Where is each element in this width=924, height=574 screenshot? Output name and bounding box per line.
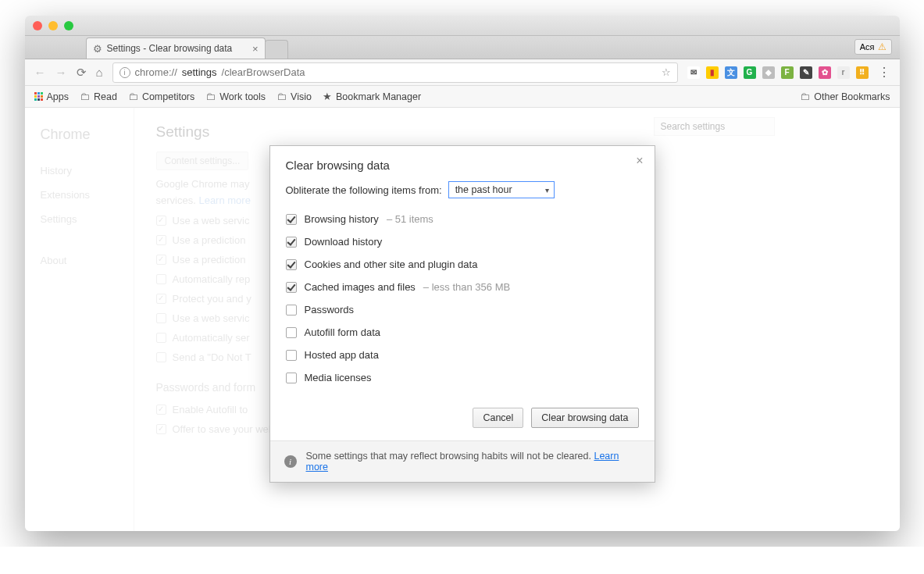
extension-icon[interactable]: r (837, 66, 850, 79)
bookmark-star-icon[interactable]: ☆ (662, 66, 671, 78)
time-range-value: the past hour (455, 184, 512, 195)
bookmarks-bar: Apps 🗀Read🗀Competitors🗀Work tools🗀Visio★… (25, 86, 900, 108)
clear-data-option: Browsing history – 51 items (286, 208, 639, 230)
other-bookmarks-label: Other Bookmarks (814, 91, 890, 102)
dialog-close-button[interactable]: × (636, 154, 643, 168)
checkbox[interactable] (286, 214, 297, 225)
extension-icon[interactable]: ✿ (819, 66, 831, 79)
bookmark-item[interactable]: 🗀Read (80, 91, 117, 102)
option-label: Browsing history (305, 213, 379, 225)
window-minimize-button[interactable] (48, 21, 58, 30)
url-segment: settings (182, 66, 217, 78)
extension-icon[interactable]: ⠿ (856, 66, 869, 79)
extension-icons: ✉▮文G◆F✎✿r⠿ (687, 66, 869, 79)
modal-overlay: Clear browsing data × Obliterate the fol… (25, 108, 900, 531)
browser-tab[interactable]: ⚙ Settings - Clear browsing data × (86, 37, 266, 59)
titlebar (25, 16, 900, 36)
option-detail: – less than 356 MB (423, 281, 510, 293)
extension-icon[interactable]: ▮ (706, 66, 719, 79)
tab-bar: ⚙ Settings - Clear browsing data × Ася ⚠ (25, 36, 900, 59)
extension-icon[interactable]: ◆ (762, 66, 775, 79)
back-button[interactable]: ← (34, 66, 46, 79)
bookmark-label: Bookmark Manager (336, 91, 421, 102)
time-range-select[interactable]: the past hour (448, 181, 555, 198)
folder-icon: 🗀 (276, 91, 287, 102)
checkbox[interactable] (286, 282, 297, 293)
bookmark-item[interactable]: ★Bookmark Manager (323, 91, 421, 102)
option-label: Download history (305, 236, 383, 248)
bookmark-label: Competitors (142, 91, 194, 102)
home-button[interactable]: ⌂ (96, 66, 103, 79)
clear-data-option: Download history (286, 230, 639, 253)
page-content: Chrome HistoryExtensionsSettingsAbout Se… (25, 108, 900, 531)
option-label: Autofill form data (305, 326, 381, 338)
clear-data-option: Hosted app data (286, 344, 639, 366)
bookmark-label: Work tools (219, 91, 266, 102)
clear-data-option: Passwords (286, 298, 639, 321)
tab-title: Settings - Clear browsing data (107, 43, 233, 54)
new-tab-button[interactable] (265, 40, 288, 59)
url-scheme: chrome:// (135, 66, 177, 78)
window-maximize-button[interactable] (64, 21, 73, 30)
site-info-icon[interactable]: i (120, 67, 130, 78)
option-detail: – 51 items (387, 213, 433, 225)
checkbox[interactable] (286, 350, 297, 361)
dialog-title: Clear browsing data (286, 159, 639, 172)
toolbar: ← → ⟳ ⌂ i chrome://settings/clearBrowser… (25, 59, 900, 86)
gear-icon: ⚙ (93, 43, 102, 55)
dialog-footer-text: Some settings that may reflect browsing … (306, 451, 591, 462)
extension-icon[interactable]: G (744, 66, 756, 79)
clear-browsing-data-dialog: Clear browsing data × Obliterate the fol… (269, 145, 655, 483)
bookmark-item[interactable]: 🗀Competitors (128, 91, 194, 102)
forward-button[interactable]: → (55, 66, 67, 79)
option-label: Passwords (305, 304, 355, 316)
folder-icon: 🗀 (205, 91, 216, 102)
clear-data-button[interactable]: Clear browsing data (531, 408, 638, 428)
bookmark-item[interactable]: 🗀Work tools (205, 91, 266, 102)
user-label: Ася (860, 42, 875, 52)
user-profile-button[interactable]: Ася ⚠ (854, 39, 892, 55)
folder-icon: 🗀 (80, 91, 90, 102)
checkbox[interactable] (286, 259, 297, 270)
option-label: Media licenses (305, 372, 372, 383)
url-path: /clearBrowserData (222, 66, 305, 78)
option-label: Hosted app data (305, 349, 379, 361)
apps-label: Apps (47, 91, 70, 102)
tab-close-icon[interactable]: × (252, 43, 259, 55)
extension-icon[interactable]: 文 (725, 66, 737, 79)
warning-icon: ⚠ (878, 41, 887, 52)
obliterate-label: Obliterate the following items from: (286, 184, 442, 196)
extension-icon[interactable]: ✎ (800, 66, 812, 79)
clear-data-option: Media licenses (286, 366, 639, 389)
checkbox[interactable] (286, 327, 297, 338)
apps-icon (34, 92, 43, 101)
other-bookmarks[interactable]: 🗀 Other Bookmarks (800, 91, 890, 102)
address-bar[interactable]: i chrome://settings/clearBrowserData ☆ (112, 62, 678, 83)
extension-icon[interactable]: ✉ (687, 66, 700, 79)
window-close-button[interactable] (33, 21, 42, 30)
info-icon: i (284, 455, 297, 468)
clear-data-option: Autofill form data (286, 321, 639, 344)
bookmark-label: Read (94, 91, 117, 102)
bookmark-label: Visio (291, 91, 312, 102)
star-icon: ★ (323, 91, 332, 102)
checkbox[interactable] (286, 373, 297, 383)
reload-button[interactable]: ⟳ (77, 66, 87, 80)
cancel-button[interactable]: Cancel (473, 408, 523, 428)
clear-data-option: Cached images and files – less than 356 … (286, 276, 639, 298)
folder-icon: 🗀 (800, 91, 810, 102)
option-label: Cached images and files (305, 281, 416, 293)
apps-shortcut[interactable]: Apps (34, 91, 70, 102)
folder-icon: 🗀 (128, 91, 138, 102)
checkbox[interactable] (286, 305, 297, 316)
checkbox[interactable] (286, 237, 297, 248)
option-label: Cookies and other site and plugin data (305, 258, 478, 270)
bookmark-item[interactable]: 🗀Visio (276, 91, 312, 102)
extension-icon[interactable]: F (781, 66, 794, 79)
clear-data-option: Cookies and other site and plugin data (286, 253, 639, 276)
chrome-menu-button[interactable]: ⋮ (878, 65, 890, 80)
browser-window: ⚙ Settings - Clear browsing data × Ася ⚠… (25, 16, 900, 531)
